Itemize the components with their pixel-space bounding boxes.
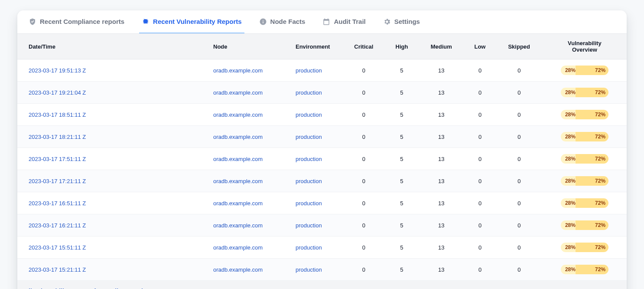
tab-node-facts[interactable]: Node Facts <box>257 10 308 33</box>
cell-critical: 0 <box>342 59 385 82</box>
table-row: 2023-03-17 16:21:11 Zoradb.example.compr… <box>17 214 627 236</box>
node-link[interactable]: oradb.example.com <box>213 112 263 118</box>
datetime-link[interactable]: 2023-03-17 15:21:11 Z <box>29 266 86 273</box>
cell-low: 0 <box>464 236 495 259</box>
cell-low: 0 <box>464 214 495 236</box>
vulnerability-overview-pill: 28%72% <box>561 88 608 97</box>
cell-low: 0 <box>464 104 495 126</box>
pill-right: 72% <box>576 110 608 119</box>
cell-high: 5 <box>385 192 419 214</box>
pill-left: 28% <box>561 220 576 230</box>
vulnerability-overview-pill: 28%72% <box>561 132 608 141</box>
th-environment[interactable]: Environment <box>290 34 342 59</box>
th-medium[interactable]: Medium <box>418 34 464 59</box>
datetime-link[interactable]: 2023-03-17 19:51:13 Z <box>29 67 86 74</box>
node-link[interactable]: oradb.example.com <box>213 156 263 162</box>
th-skipped[interactable]: Skipped <box>496 34 543 59</box>
tab-label: Node Facts <box>270 18 306 25</box>
vulnerability-overview-pill: 28%72% <box>561 220 608 230</box>
tab-label: Settings <box>394 18 420 25</box>
th-high[interactable]: High <box>385 34 419 59</box>
tab-audit-trail[interactable]: Audit Trail <box>320 10 368 33</box>
th-critical[interactable]: Critical <box>342 34 385 59</box>
cell-low: 0 <box>464 148 495 170</box>
cell-medium: 13 <box>418 82 464 104</box>
vulnerability-overview-pill: 28%72% <box>561 66 608 75</box>
pill-right: 72% <box>576 265 608 274</box>
datetime-link[interactable]: 2023-03-17 19:21:04 Z <box>29 89 86 96</box>
shield-icon <box>29 18 36 26</box>
datetime-link[interactable]: 2023-03-17 18:51:11 Z <box>29 112 86 118</box>
vulnerability-overview-pill: 28%72% <box>561 110 608 119</box>
tab-label: Recent Compliance reports <box>40 18 124 25</box>
table-row: 2023-03-17 16:51:11 Zoradb.example.compr… <box>17 192 627 214</box>
environment-link[interactable]: production <box>296 222 322 229</box>
datetime-link[interactable]: 2023-03-17 17:51:11 Z <box>29 156 86 162</box>
reports-card: Recent Compliance reports Recent Vulnera… <box>17 10 627 289</box>
environment-link[interactable]: production <box>296 244 322 251</box>
pill-left: 28% <box>561 243 576 252</box>
vulnerability-overview-pill: 28%72% <box>561 176 608 186</box>
pill-left: 28% <box>561 265 576 274</box>
environment-link[interactable]: production <box>296 134 322 140</box>
cell-medium: 13 <box>418 104 464 126</box>
th-vulnerability-overview[interactable]: Vulnerability Overview <box>543 34 627 59</box>
cell-high: 5 <box>385 214 419 236</box>
cell-low: 0 <box>464 170 495 192</box>
th-node[interactable]: Node <box>208 34 290 59</box>
node-link[interactable]: oradb.example.com <box>213 244 263 251</box>
table-header-row: Date/Time Node Environment Critical High… <box>17 34 627 59</box>
cell-medium: 13 <box>418 236 464 259</box>
tab-vulnerability-reports[interactable]: Recent Vulnerability Reports <box>139 10 244 33</box>
environment-link[interactable]: production <box>296 89 322 96</box>
environment-link[interactable]: production <box>296 112 322 118</box>
th-datetime[interactable]: Date/Time <box>17 34 208 59</box>
pill-left: 28% <box>561 198 576 208</box>
node-link[interactable]: oradb.example.com <box>213 67 263 74</box>
environment-link[interactable]: production <box>296 266 322 273</box>
pill-right: 72% <box>576 66 608 75</box>
node-link[interactable]: oradb.example.com <box>213 266 263 273</box>
cell-low: 0 <box>464 126 495 148</box>
cell-medium: 13 <box>418 126 464 148</box>
th-low[interactable]: Low <box>464 34 495 59</box>
environment-link[interactable]: production <box>296 178 322 184</box>
cell-low: 0 <box>464 59 495 82</box>
environment-link[interactable]: production <box>296 67 322 74</box>
cell-critical: 0 <box>342 126 385 148</box>
tab-settings[interactable]: Settings <box>381 10 423 33</box>
tab-label: Audit Trail <box>334 18 365 25</box>
environment-link[interactable]: production <box>296 156 322 162</box>
pill-right: 72% <box>576 88 608 97</box>
datetime-link[interactable]: 2023-03-17 16:51:11 Z <box>29 200 86 207</box>
table-row: 2023-03-17 19:21:04 Zoradb.example.compr… <box>17 82 627 104</box>
table-row: 2023-03-17 19:51:13 Zoradb.example.compr… <box>17 59 627 82</box>
datetime-link[interactable]: 2023-03-17 15:51:11 Z <box>29 244 86 251</box>
cell-skipped: 0 <box>496 104 543 126</box>
cell-skipped: 0 <box>496 148 543 170</box>
cell-high: 5 <box>385 126 419 148</box>
datetime-link[interactable]: 2023-03-17 16:21:11 Z <box>29 222 86 229</box>
table-row: 2023-03-17 17:21:11 Zoradb.example.compr… <box>17 170 627 192</box>
node-link[interactable]: oradb.example.com <box>213 222 263 229</box>
datetime-link[interactable]: 2023-03-17 18:21:11 Z <box>29 134 86 140</box>
tab-bar: Recent Compliance reports Recent Vulnera… <box>17 10 627 34</box>
node-link[interactable]: oradb.example.com <box>213 178 263 184</box>
node-link[interactable]: oradb.example.com <box>213 134 263 140</box>
cell-skipped: 0 <box>496 82 543 104</box>
tab-compliance-reports[interactable]: Recent Compliance reports <box>26 10 127 33</box>
cell-medium: 13 <box>418 259 464 281</box>
tab-label: Recent Vulnerability Reports <box>153 18 242 25</box>
environment-link[interactable]: production <box>296 200 322 207</box>
vulnerability-overview-pill: 28%72% <box>561 154 608 164</box>
pill-right: 72% <box>576 154 608 164</box>
node-link[interactable]: oradb.example.com <box>213 89 263 96</box>
cell-critical: 0 <box>342 214 385 236</box>
bug-icon <box>142 18 150 26</box>
cell-critical: 0 <box>342 170 385 192</box>
cell-critical: 0 <box>342 148 385 170</box>
node-link[interactable]: oradb.example.com <box>213 200 263 207</box>
cell-high: 5 <box>385 148 419 170</box>
pill-left: 28% <box>561 88 576 97</box>
datetime-link[interactable]: 2023-03-17 17:21:11 Z <box>29 178 86 184</box>
